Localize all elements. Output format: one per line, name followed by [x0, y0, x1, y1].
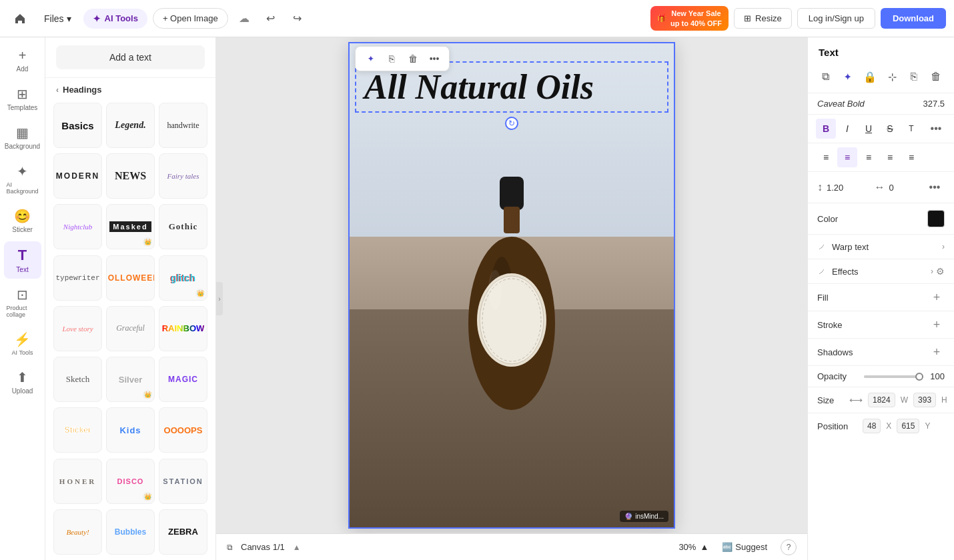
effects-header[interactable]: ⟋ Effects › ⚙ — [808, 259, 954, 283]
style-item-graceful[interactable]: Graceful — [106, 306, 155, 351]
style-item-modern[interactable]: MODERN — [53, 153, 102, 199]
canvas-ai-button[interactable]: ✦ — [361, 49, 380, 68]
style-item-legend[interactable]: Legend. — [106, 103, 155, 148]
line-spacing-value[interactable]: 1.20 — [827, 183, 843, 193]
style-item-magic[interactable]: MAGIC — [159, 357, 207, 402]
style-item-news[interactable]: NEWS — [106, 153, 155, 199]
position-y-input[interactable]: 615 — [897, 419, 919, 433]
opacity-slider[interactable] — [864, 375, 923, 378]
headings-section-header[interactable]: ‹ Headings — [45, 78, 215, 99]
align-right-button[interactable]: ≡ — [859, 147, 879, 167]
color-swatch[interactable] — [927, 210, 945, 227]
style-item-bubbles[interactable]: Bubbles — [106, 509, 155, 555]
style-item-typewriter[interactable]: typewriter — [53, 255, 102, 301]
style-item-nightclub[interactable]: Nightclub — [53, 204, 102, 249]
panel-collapse-handle[interactable]: › — [216, 282, 223, 315]
style-item-disco[interactable]: DISCO👑 — [106, 459, 155, 504]
stroke-add-button[interactable]: + — [929, 317, 945, 333]
style-item-basics[interactable]: Basics — [53, 103, 102, 148]
sidebar-item-text[interactable]: T Text — [4, 241, 41, 279]
canvas-delete-button[interactable]: 🗑 — [404, 49, 422, 68]
sidebar-item-background[interactable]: ▦ Background — [4, 119, 41, 155]
style-item-sketch[interactable]: Sketch — [53, 357, 102, 402]
canvas-more-button[interactable]: ••• — [425, 49, 444, 68]
suggest-button[interactable]: 🔤 Suggest — [717, 539, 773, 555]
rp-delete-button[interactable]: 🗑 — [927, 66, 946, 87]
layers-button[interactable]: ⧉ — [227, 543, 233, 552]
open-image-button[interactable]: + Open Image — [153, 8, 228, 29]
size-height-input[interactable]: 393 — [913, 393, 936, 407]
sidebar-item-ai-tools[interactable]: ⚡ AI Tools — [4, 326, 41, 361]
align-center-button[interactable]: ≡ — [837, 147, 857, 167]
style-item-kids[interactable]: Kids — [106, 407, 155, 453]
style-item-zebra[interactable]: ZEBRA — [159, 509, 207, 555]
style-item-beauty[interactable]: Beauty! — [53, 509, 102, 555]
rp-ai-edit-button[interactable]: ✦ — [838, 66, 857, 87]
style-item-masked[interactable]: Masked👑 — [106, 204, 155, 249]
fill-add-button[interactable]: + — [929, 289, 945, 305]
sidebar-item-add[interactable]: + Add — [4, 43, 41, 78]
files-menu[interactable]: Files ▾ — [37, 9, 78, 28]
rp-layers-button[interactable]: ⧉ — [816, 66, 835, 87]
redo-button[interactable]: ↪ — [287, 8, 308, 29]
sidebar-item-upload[interactable]: ⬆ Upload — [4, 364, 41, 400]
product-collage-icon: ⊡ — [17, 287, 28, 303]
ai-tools-button[interactable]: ✦ AI Tools — [83, 9, 147, 29]
size-h-unit: H — [941, 395, 947, 405]
sidebar-item-ai-background[interactable]: ✦ AI Background — [4, 158, 41, 200]
superscript-button[interactable]: T — [901, 119, 921, 139]
font-size-input[interactable]: 327.5 — [923, 99, 945, 109]
size-link-button[interactable]: ⟷ — [849, 395, 863, 405]
sidebar-item-templates[interactable]: ⊞ Templates — [4, 81, 41, 117]
align-distribute-button[interactable]: ≡ — [901, 147, 921, 167]
style-item-glitch[interactable]: glitch👑 — [159, 255, 207, 301]
style-item-handwrite[interactable]: handwrite — [159, 103, 207, 148]
bottle — [445, 177, 578, 426]
underline-button[interactable]: U — [859, 119, 879, 139]
right-panel-title: Text — [808, 37, 954, 63]
home-button[interactable] — [8, 7, 32, 31]
style-item-oooops[interactable]: OOOOPS — [159, 407, 207, 453]
warp-text-header[interactable]: ⟋ Warp text › — [808, 235, 954, 259]
rotate-handle[interactable]: ↻ — [505, 117, 518, 130]
cloud-sync-button[interactable]: ☁ — [233, 8, 255, 29]
style-item-fairy[interactable]: Fairy tales — [159, 153, 207, 199]
style-item-sticker[interactable]: Sticker — [53, 407, 102, 453]
resize-button[interactable]: ⊞ Resize — [734, 8, 792, 29]
text-panel-header: Add a text — [45, 37, 215, 78]
rp-copy-button[interactable]: ⎘ — [905, 66, 924, 87]
position-x-input[interactable]: 48 — [863, 419, 881, 433]
bold-button[interactable]: B — [816, 119, 836, 139]
style-item-silver[interactable]: Silver👑 — [106, 357, 155, 402]
style-item-lovestory[interactable]: Love story — [53, 306, 102, 351]
size-width-input[interactable]: 1824 — [868, 393, 895, 407]
canvas-wrapper[interactable]: All Natural Oils ↻ ✦ ⎘ 🗑 ••• 🔮 insMind..… — [216, 37, 807, 533]
italic-button[interactable]: I — [837, 119, 857, 139]
strikethrough-button[interactable]: S — [880, 119, 900, 139]
login-button[interactable]: Log in/Sign up — [797, 8, 875, 29]
align-justify-button[interactable]: ≡ — [880, 147, 900, 167]
style-item-gothic[interactable]: Gothic — [159, 204, 207, 249]
spacing-more-button[interactable]: ••• — [925, 177, 945, 197]
style-item-station[interactable]: STATION — [159, 459, 207, 504]
add-text-button[interactable]: Add a text — [56, 45, 205, 69]
style-item-halloween[interactable]: HOLLOWEEN — [106, 255, 155, 301]
help-button[interactable]: ? — [781, 539, 797, 555]
font-name-selector[interactable]: Caveat Bold — [817, 99, 865, 109]
sale-banner[interactable]: 🎁 New Year Sale up to 40% OFF — [650, 6, 729, 31]
shadows-add-button[interactable]: + — [929, 344, 945, 360]
effects-settings-button[interactable]: ⚙ — [936, 266, 945, 277]
char-spacing-value[interactable]: 0 — [889, 183, 894, 193]
sidebar-item-sticker[interactable]: 😊 Sticker — [4, 203, 41, 239]
canvas-copy-button[interactable]: ⎘ — [382, 49, 401, 68]
style-item-honer[interactable]: HONER — [53, 459, 102, 504]
style-item-rainbow[interactable]: RAINBOW — [159, 306, 207, 351]
rp-lock-button[interactable]: 🔒 — [860, 66, 879, 87]
sidebar-item-product-collage[interactable]: ⊡ Product collage — [4, 281, 41, 323]
format-more-button[interactable]: ••• — [926, 119, 946, 139]
undo-button[interactable]: ↩ — [260, 8, 282, 29]
rp-position-button[interactable]: ⊹ — [883, 66, 902, 87]
download-button[interactable]: Download — [881, 8, 946, 29]
canvas-expand-icon[interactable]: ▲ — [293, 543, 301, 552]
align-left-button[interactable]: ≡ — [816, 147, 836, 167]
